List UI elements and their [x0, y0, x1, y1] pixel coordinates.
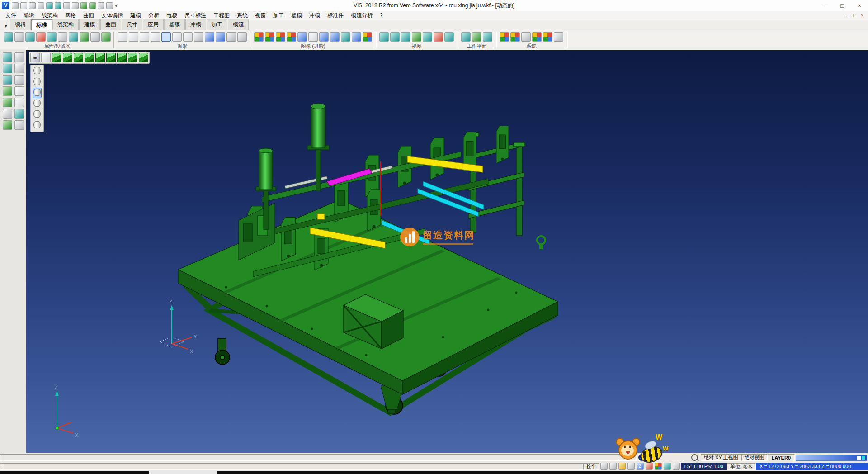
toolbar-icon[interactable]: [118, 32, 127, 42]
toolbar-icon[interactable]: [20, 2, 27, 9]
mdi-restore-button[interactable]: □: [853, 13, 856, 18]
toolbar-icon[interactable]: [254, 32, 264, 42]
absolute-view[interactable]: 绝对视图: [741, 454, 768, 461]
toolbar-icon[interactable]: [58, 32, 67, 42]
toolbar-icon[interactable]: [265, 32, 274, 42]
toolbar-icon[interactable]: [3, 109, 12, 118]
toolbar-icon[interactable]: [98, 2, 104, 9]
toolbar-icon[interactable]: [500, 32, 509, 42]
menu-item[interactable]: ?: [376, 11, 387, 19]
toolbar-icon[interactable]: [521, 32, 531, 42]
toolbar-icon[interactable]: [101, 32, 111, 42]
progress-icon[interactable]: [862, 456, 865, 460]
toolbar-icon[interactable]: [36, 32, 46, 42]
ribbon-tab[interactable]: 建模: [79, 19, 100, 30]
layer-indicator[interactable]: LAYER0: [768, 454, 795, 461]
toolbar-icon[interactable]: [14, 52, 24, 62]
toolbar-icon[interactable]: [276, 32, 285, 42]
ribbon-tab[interactable]: 冲模: [185, 19, 206, 30]
status-icon[interactable]: [673, 463, 680, 470]
toolbar-icon[interactable]: [38, 2, 44, 9]
toolbar-icon[interactable]: [80, 32, 89, 42]
view-cube-icon[interactable]: [52, 53, 61, 62]
toolbar-icon[interactable]: [3, 64, 12, 73]
toolbar-icon[interactable]: [352, 32, 361, 42]
toolbar-icon[interactable]: [554, 32, 563, 42]
view-cube-icon[interactable]: [95, 53, 105, 62]
toolbar-icon[interactable]: [412, 32, 421, 42]
toolbar-icon[interactable]: [106, 2, 113, 9]
view-cube-icon[interactable]: ≡: [30, 53, 40, 62]
ribbon-tab[interactable]: 尺寸: [122, 19, 142, 30]
ribbon-tab[interactable]: 塑膜: [164, 19, 185, 30]
view-cube-icon[interactable]: [74, 53, 83, 62]
ribbon-tab[interactable]: 线架构: [52, 19, 79, 30]
toolbar-icon[interactable]: [216, 32, 225, 42]
view-cube-icon[interactable]: [63, 53, 72, 62]
toolbar-icon[interactable]: [151, 32, 160, 42]
menu-item[interactable]: 视窗: [251, 11, 269, 20]
ribbon-tab[interactable]: 曲面: [100, 19, 121, 30]
toolbar-icon[interactable]: [401, 32, 410, 42]
ribbon-tab[interactable]: 编辑: [10, 19, 31, 30]
strip-icon-cell[interactable]: [33, 66, 41, 76]
toolbar-icon[interactable]: [47, 32, 57, 42]
toolbar-icon[interactable]: [25, 32, 35, 42]
ribbon-tab[interactable]: 标准: [31, 19, 52, 30]
toolbar-icon[interactable]: [80, 2, 87, 9]
strip-icon-cell[interactable]: [33, 99, 41, 109]
toolbar-icon[interactable]: [90, 32, 100, 42]
toolbar-icon[interactable]: [287, 32, 296, 42]
toolbar-icon[interactable]: [29, 2, 36, 9]
toolbar-icon[interactable]: [297, 32, 307, 42]
menu-item[interactable]: 标准件: [324, 11, 347, 20]
ribbon-tab[interactable]: 模流: [228, 19, 249, 30]
toolbar-icon[interactable]: [14, 32, 24, 42]
toolbar-icon[interactable]: [3, 98, 12, 107]
toolbar-icon[interactable]: [63, 2, 70, 9]
toolbar-icon[interactable]: [140, 32, 149, 42]
strip-icon-cell[interactable]: [33, 88, 41, 98]
mdi-close-button[interactable]: ×: [861, 13, 863, 18]
toolbar-icon[interactable]: [129, 32, 138, 42]
toolbar-icon[interactable]: [172, 32, 182, 42]
toolbar-icon[interactable]: [461, 32, 471, 42]
toolbar-icon[interactable]: [3, 86, 12, 96]
minimize-button[interactable]: –: [816, 0, 834, 11]
toolbar-icon[interactable]: [205, 32, 214, 42]
toolbar-icon[interactable]: [379, 32, 389, 42]
lock-toggle[interactable]: 拴牢: [583, 463, 599, 470]
qat-more-icon[interactable]: ▾: [115, 2, 118, 9]
view-cube-icon[interactable]: [139, 53, 148, 62]
toolbar-icon[interactable]: [237, 32, 247, 42]
toolbar-icon[interactable]: [444, 32, 454, 42]
toolbar-icon[interactable]: [12, 2, 19, 9]
view-cube-icon[interactable]: [85, 53, 94, 62]
toolbar-icon[interactable]: [69, 32, 78, 42]
toolbar-icon[interactable]: [55, 2, 61, 9]
toolbar-icon[interactable]: [483, 32, 492, 42]
toolbar-icon[interactable]: [161, 32, 171, 42]
menu-item[interactable]: 模流分析: [347, 11, 376, 20]
strip-icon-cell[interactable]: [33, 77, 41, 87]
toolbar-icon[interactable]: [341, 32, 350, 42]
ribbon-tab[interactable]: 应用: [143, 19, 164, 30]
toolbar-icon[interactable]: [4, 32, 13, 42]
toolbar-icon[interactable]: [14, 109, 24, 118]
machine-model[interactable]: [172, 93, 737, 453]
toolbar-icon[interactable]: [194, 32, 203, 42]
toolbar-icon[interactable]: [14, 86, 24, 96]
toolbar-icon[interactable]: [543, 32, 552, 42]
toolbar-icon[interactable]: [14, 75, 24, 85]
toolbar-icon[interactable]: [330, 32, 340, 42]
tab-dropdown-icon[interactable]: ▾: [2, 22, 10, 30]
toolbar-icon[interactable]: [89, 2, 96, 9]
ribbon-tab[interactable]: 加工: [207, 19, 227, 30]
toolbar-icon[interactable]: [532, 32, 542, 42]
toolbar-icon[interactable]: [14, 120, 24, 130]
view-cube-icon[interactable]: [128, 53, 137, 62]
toolbar-icon[interactable]: [183, 32, 193, 42]
toolbar-icon[interactable]: [14, 98, 24, 107]
toolbar-icon[interactable]: [510, 32, 520, 42]
toolbar-icon[interactable]: [3, 52, 12, 62]
